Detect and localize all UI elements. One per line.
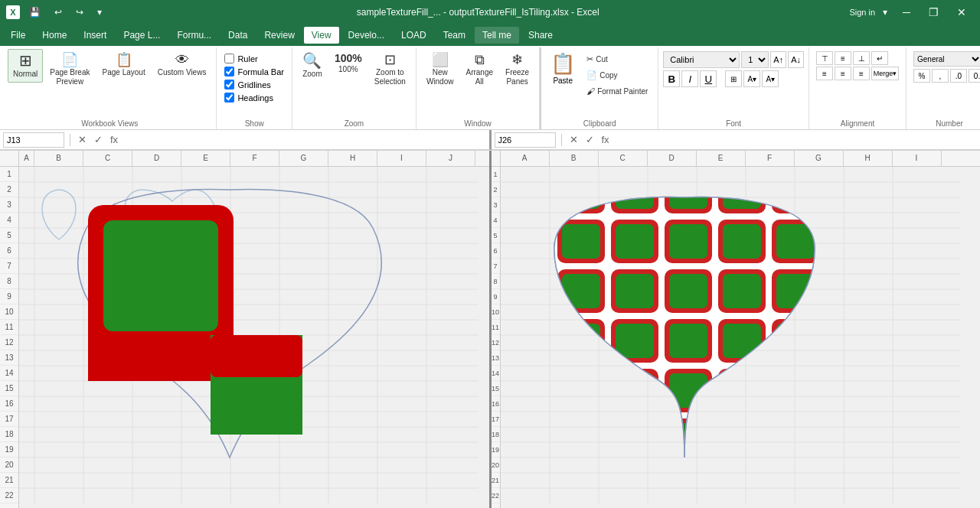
rcol-a: A (501, 151, 550, 166)
decrease-font-button[interactable]: A↓ (788, 51, 804, 68)
zoom-100-button[interactable]: 100% 100% (329, 49, 368, 78)
menu-page-layout[interactable]: Page L... (116, 27, 168, 44)
left-col-headers: A B C D E F G H I J (0, 151, 489, 167)
window-buttons: ⬜ NewWindow ⧉ ArrangeAll ❄ FreezePanes (421, 49, 534, 118)
formula-bar-checkbox-row[interactable]: Formula Bar (224, 67, 284, 77)
menu-insert[interactable]: Insert (76, 27, 114, 44)
underline-button[interactable]: U (700, 70, 717, 87)
menu-share[interactable]: Share (521, 27, 560, 44)
normal-view-button[interactable]: ⊞ Normal (8, 49, 43, 83)
alignment-controls: ⊤ ≡ ⊥ ↵ ≡ ≡ ≡ Merge▾ (814, 49, 901, 83)
formula-input-right[interactable] (615, 132, 977, 148)
italic-button[interactable]: I (681, 70, 698, 87)
align-left-button[interactable]: ≡ (816, 67, 833, 80)
percent-button[interactable]: % (913, 69, 930, 83)
cancel-icon-right[interactable]: ✕ (567, 133, 580, 146)
menu-formulas[interactable]: Formu... (169, 27, 219, 44)
insert-function-icon[interactable]: fx (108, 133, 120, 146)
menu-review[interactable]: Review (256, 27, 302, 44)
confirm-icon-right[interactable]: ✓ (583, 133, 596, 146)
zoom-button[interactable]: 🔍 Zoom (297, 49, 328, 83)
page-break-preview-button[interactable]: 📄 Page BreakPreview (44, 49, 95, 90)
border-button[interactable]: ⊞ (725, 70, 742, 87)
rrow-12: 12 (492, 335, 500, 350)
left-grid-body: 1 2 3 4 5 6 7 8 9 10 11 12 13 14 15 16 1 (0, 167, 489, 508)
ruler-checkbox[interactable] (224, 54, 234, 64)
rrow-15: 15 (492, 381, 500, 396)
decrease-decimal-button[interactable]: 0. (969, 69, 980, 83)
formula-bars-row: ✕ ✓ fx ✕ ✓ fx (0, 130, 980, 151)
menu-home[interactable]: Home (34, 27, 74, 44)
font-size-select[interactable]: 11 (741, 51, 769, 68)
align-right-button[interactable]: ≡ (853, 67, 870, 80)
menu-data[interactable]: Data (220, 27, 255, 44)
undo-button[interactable]: ↩ (50, 5, 67, 19)
insert-function-icon-right[interactable]: fx (599, 133, 612, 146)
menu-load[interactable]: LOAD (394, 27, 434, 44)
save-button[interactable]: 💾 (24, 5, 45, 19)
format-painter-button[interactable]: 🖌 Format Painter (583, 84, 652, 98)
name-box-right[interactable] (495, 132, 556, 148)
new-window-button[interactable]: ⬜ NewWindow (421, 49, 459, 90)
row-5: 5 (0, 228, 18, 243)
custom-views-label: Custom Views (158, 68, 207, 77)
headings-checkbox[interactable] (224, 93, 234, 103)
bold-button[interactable]: B (663, 70, 680, 87)
cancel-icon[interactable]: ✕ (76, 133, 89, 146)
rcol-c: C (599, 151, 648, 166)
page-layout-label: Page Layout (103, 68, 145, 77)
wrap-text-button[interactable]: ↵ (871, 51, 888, 65)
align-center-button[interactable]: ≡ (835, 67, 851, 80)
menu-tell-me[interactable]: Tell me (475, 27, 519, 44)
rrow-11: 11 (492, 320, 500, 335)
rrow-6: 6 (492, 243, 500, 259)
align-bottom-button[interactable]: ⊥ (853, 51, 870, 65)
gridlines-checkbox[interactable] (224, 80, 234, 90)
menu-file[interactable]: File (3, 27, 33, 44)
paste-button[interactable]: 📋 Paste (546, 49, 580, 88)
zoom-group-label: Zoom (297, 118, 411, 129)
menu-developer[interactable]: Develo... (341, 27, 392, 44)
paste-icon: 📋 (550, 52, 575, 76)
sign-in-link[interactable]: Sign in (849, 8, 875, 17)
font-color-button[interactable]: A▾ (762, 70, 779, 87)
ruler-checkbox-row[interactable]: Ruler (224, 54, 284, 64)
menu-view[interactable]: View (304, 27, 339, 44)
close-button[interactable]: ✕ (949, 3, 974, 21)
increase-font-button[interactable]: A↑ (770, 51, 786, 68)
cut-button[interactable]: ✂ Cut (583, 52, 652, 67)
rrow-7: 7 (492, 259, 500, 274)
confirm-icon[interactable]: ✓ (92, 133, 105, 146)
freeze-panes-icon: ❄ (511, 53, 523, 67)
arrange-all-icon: ⧉ (475, 53, 485, 67)
name-box-left[interactable] (3, 132, 64, 148)
comma-button[interactable]: , (932, 69, 949, 83)
customize-qat-button[interactable]: ▾ (93, 5, 106, 19)
redo-button[interactable]: ↪ (71, 5, 88, 19)
font-name-select[interactable]: Calibri (663, 51, 740, 68)
merge-center-button[interactable]: Merge▾ (871, 67, 899, 80)
align-middle-button[interactable]: ≡ (835, 51, 851, 65)
freeze-panes-button[interactable]: ❄ FreezePanes (500, 49, 534, 90)
arrange-all-button[interactable]: ⧉ ArrangeAll (460, 49, 498, 90)
zoom-selection-icon: ⊡ (384, 53, 396, 67)
gridlines-checkbox-row[interactable]: Gridlines (224, 80, 284, 90)
headings-checkbox-row[interactable]: Headings (224, 93, 284, 103)
page-layout-button[interactable]: 📋 Page Layout (97, 49, 151, 81)
col-header-c: C (83, 151, 132, 166)
formula-input-left[interactable] (123, 132, 485, 148)
menu-team[interactable]: Team (436, 27, 473, 44)
ribbon-display-button[interactable]: ▾ (878, 5, 892, 19)
fill-color-button[interactable]: A▾ (743, 70, 760, 87)
copy-button[interactable]: 📄 Copy (583, 68, 652, 83)
zoom-selection-button[interactable]: ⊡ Zoom toSelection (369, 49, 411, 90)
number-format-select[interactable]: General (913, 51, 980, 67)
title-bar-title: sampleTextureFill_... - outputTextureFil… (106, 7, 849, 18)
format-painter-label: Format Painter (597, 87, 648, 96)
minimize-button[interactable]: ─ (895, 3, 918, 21)
custom-views-button[interactable]: 👁 Custom Views (152, 49, 212, 81)
align-top-button[interactable]: ⊤ (816, 51, 833, 65)
formula-bar-checkbox[interactable] (224, 67, 234, 77)
increase-decimal-button[interactable]: .0 (950, 69, 967, 83)
restore-button[interactable]: ❐ (921, 3, 946, 21)
